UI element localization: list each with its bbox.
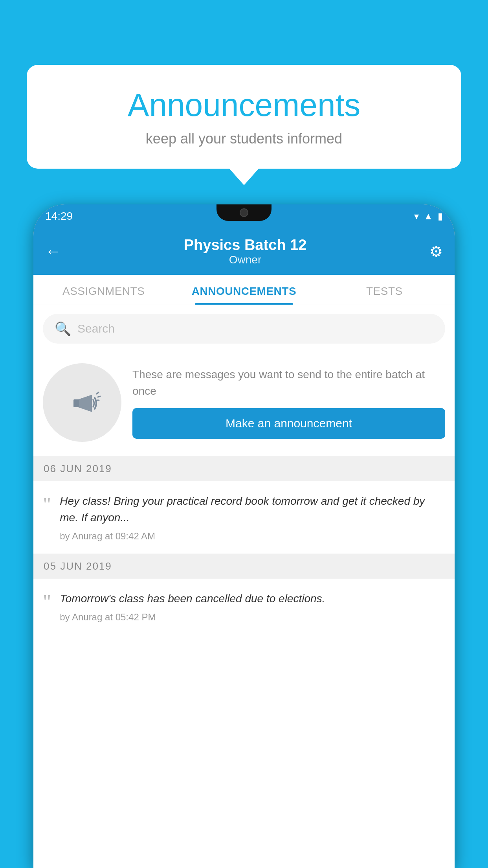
tab-tests[interactable]: TESTS <box>314 275 455 305</box>
content-area: 🔍 Search <box>33 305 455 868</box>
announcement-author-1: by Anurag at 09:42 AM <box>60 531 445 542</box>
announcement-item-1: " Hey class! Bring your practical record… <box>33 481 455 554</box>
gear-icon[interactable]: ⚙ <box>429 243 443 260</box>
make-announcement-button[interactable]: Make an announcement <box>132 408 445 439</box>
status-time: 14:29 <box>45 210 73 223</box>
camera-notch <box>240 208 248 217</box>
app-header: ← Physics Batch 12 Owner ⚙ <box>33 228 455 275</box>
announcement-message-2: Tomorrow's class has been cancelled due … <box>60 590 445 607</box>
promo-right: These are messages you want to send to t… <box>132 366 445 439</box>
search-icon: 🔍 <box>55 321 71 337</box>
announcement-content-1: Hey class! Bring your practical record b… <box>60 493 445 542</box>
speech-bubble-container: Announcements keep all your students inf… <box>27 65 461 169</box>
speech-bubble: Announcements keep all your students inf… <box>27 65 461 169</box>
back-button[interactable]: ← <box>45 243 61 260</box>
promo-description: These are messages you want to send to t… <box>132 366 445 399</box>
announcement-message-1: Hey class! Bring your practical record b… <box>60 493 445 526</box>
tab-announcements[interactable]: ANNOUNCEMENTS <box>174 275 314 305</box>
tab-assignments[interactable]: ASSIGNMENTS <box>33 275 174 305</box>
svg-line-2 <box>98 396 100 397</box>
wifi-icon: ▾ <box>414 211 419 222</box>
promo-icon-circle <box>43 363 121 442</box>
search-bar[interactable]: 🔍 Search <box>43 314 445 344</box>
phone-frame: 14:29 ▾ ▲ ▮ ← Physics Batch 12 Owner ⚙ A… <box>33 204 455 868</box>
quote-icon-2: " <box>43 592 51 623</box>
notch <box>216 204 272 221</box>
battery-icon: ▮ <box>438 211 443 222</box>
search-placeholder: Search <box>77 322 115 335</box>
header-center: Physics Batch 12 Owner <box>184 237 307 266</box>
svg-rect-0 <box>73 399 79 407</box>
date-separator-1: 06 JUN 2019 <box>33 456 455 481</box>
svg-line-1 <box>97 392 99 394</box>
header-subtitle: Owner <box>184 254 307 266</box>
header-title: Physics Batch 12 <box>184 237 307 254</box>
megaphone-icon <box>62 383 102 422</box>
announcement-author-2: by Anurag at 05:42 PM <box>60 612 445 623</box>
announcement-item-2: " Tomorrow's class has been cancelled du… <box>33 579 455 634</box>
phone-inner: 14:29 ▾ ▲ ▮ ← Physics Batch 12 Owner ⚙ A… <box>33 204 455 868</box>
quote-icon-1: " <box>43 495 51 542</box>
announcement-content-2: Tomorrow's class has been cancelled due … <box>60 590 445 623</box>
speech-bubble-title: Announcements <box>50 86 438 123</box>
date-separator-2: 05 JUN 2019 <box>33 554 455 579</box>
speech-bubble-subtitle: keep all your students informed <box>50 131 438 147</box>
status-bar: 14:29 ▾ ▲ ▮ <box>33 204 455 228</box>
announcement-promo: These are messages you want to send to t… <box>33 352 455 456</box>
tab-bar: ASSIGNMENTS ANNOUNCEMENTS TESTS <box>33 275 455 305</box>
signal-icon: ▲ <box>424 211 433 222</box>
status-icons: ▾ ▲ ▮ <box>414 211 443 222</box>
